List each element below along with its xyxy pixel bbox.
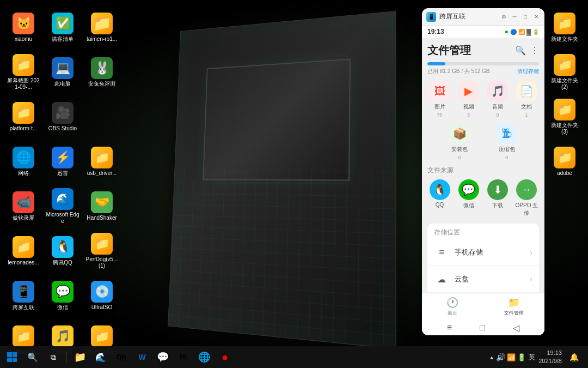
network-tray-icon[interactable]: 📶 xyxy=(507,353,516,361)
desktop-icon-this-pc[interactable]: 💻 此电脑 xyxy=(44,50,82,94)
taskbar-edge-button[interactable]: 🌊 xyxy=(91,347,111,367)
source-wechat[interactable]: 💬 微信 xyxy=(456,179,481,217)
desktop-icon-handshaker[interactable]: 🤝 HandShaker xyxy=(83,184,121,228)
menu-gesture-btn[interactable]: ≡ xyxy=(447,323,452,333)
arrow-right-icon: › xyxy=(530,248,532,257)
store-icon: 🛍 xyxy=(117,352,126,363)
maximize-button[interactable]: □ xyxy=(522,13,529,21)
taskbar-right: ▲ 🔊 📶 🔋 英 19:13 2021/9/8 🔔 xyxy=(489,347,588,367)
desktop-icon-platform[interactable]: 📁 platform-t... xyxy=(4,95,42,138)
language-indicator[interactable]: 英 xyxy=(528,353,536,362)
settings-icon[interactable]: ⚙ xyxy=(500,13,507,21)
word-icon: W xyxy=(138,353,145,361)
desktop-icon-xunlei[interactable]: ⚡ 迅雷 xyxy=(44,140,82,183)
expand-tray-icon[interactable]: ▲ xyxy=(489,354,494,360)
search-taskbar-icon: 🔍 xyxy=(27,352,38,363)
phone-window-title: 跨屏互联 xyxy=(439,12,500,21)
storage-loc-cloud[interactable]: ☁ 云盘 › xyxy=(427,266,539,293)
desktop-icon-new-folder2[interactable]: 📁 新建文件夹 (2) xyxy=(546,50,584,94)
phone-screen: 19:13 ● 🔵 📶 ▓ 🔋 文件管理 🔍 ⋮ xyxy=(422,26,544,335)
desktop-icon-adobe[interactable]: 📁 adobe xyxy=(546,140,584,183)
source-download[interactable]: ⬇ 下载 xyxy=(486,179,510,217)
desktop-icon-usb[interactable]: 📁 usb_driver... xyxy=(83,140,121,183)
source-qq[interactable]: 🐧 QQ xyxy=(427,179,452,217)
task-view-button[interactable]: ⧉ xyxy=(44,347,63,367)
phone-storage-label: 手机存储 xyxy=(455,248,530,257)
desktop-icons-left: 🐱 xiaomu ✅ 满客清单 📁 taimen-rp1... 📁 屏幕截图 2… xyxy=(4,5,121,368)
mail-icon: ✉ xyxy=(180,351,188,363)
storage-fill xyxy=(427,62,445,65)
taskbar-word-button[interactable]: W xyxy=(132,347,152,367)
minimize-button[interactable]: ─ xyxy=(511,13,518,21)
nav-recent[interactable]: 🕐 最近 xyxy=(422,297,483,317)
desktop-icon-edge[interactable]: 🌊 Microsoft Edge xyxy=(44,184,82,228)
search-icon[interactable]: 🔍 xyxy=(515,45,526,56)
desktop-icon-new-folder1[interactable]: 📁 新建文件夹 xyxy=(546,5,584,49)
desktop-icon-lemonade[interactable]: 📁 lemonades... xyxy=(4,229,42,273)
battery-icon: 🔋 xyxy=(532,29,539,35)
search-button[interactable]: 🔍 xyxy=(23,347,42,367)
desktop-icon-wechat[interactable]: 💬 微信 xyxy=(44,274,82,317)
phone-gesture-bar: ≡ □ ◁ xyxy=(422,320,544,335)
file-manager-title: 文件管理 xyxy=(427,43,471,58)
storage-loc-phone[interactable]: ≡ 手机存储 › xyxy=(427,239,539,266)
clean-storage-button[interactable]: 清理存储 xyxy=(517,68,539,75)
source-oppo[interactable]: ↔ OPPO 互传 xyxy=(514,179,539,217)
desktop-icon-xiaomu[interactable]: 🐱 xiaomu xyxy=(4,5,42,49)
desktop-icon-taimen[interactable]: 📁 taimen-rp1... xyxy=(83,5,121,49)
wechat-taskbar-icon: 💬 xyxy=(157,351,169,363)
file-type-images[interactable]: 🖼 图片 75 xyxy=(427,81,452,118)
desktop-icon-manjing[interactable]: ✅ 满客清单 xyxy=(44,5,82,49)
desktop-icon-ultraiso[interactable]: 💿 UltraISO xyxy=(83,274,121,317)
desktop-icon-screenshot1[interactable]: 📁 屏幕截图 2021-09-... xyxy=(4,50,42,94)
notification-dot: ● xyxy=(505,28,509,35)
desktop-icon-crossscreen[interactable]: 📱 跨屏互联 xyxy=(4,274,42,317)
explorer-icon: 📁 xyxy=(74,351,86,363)
file-type-apks[interactable]: 📦 安装包 0 xyxy=(438,123,481,160)
taskbar-store-button[interactable]: 🛍 xyxy=(112,347,131,367)
more-options-icon[interactable]: ⋮ xyxy=(530,45,539,56)
file-type-archives[interactable]: 🗜 压缩包 0 xyxy=(486,123,529,160)
phone-bottom-nav: 🕐 最近 📁 文件管理 xyxy=(422,293,544,320)
home-gesture-btn[interactable]: □ xyxy=(480,323,485,333)
file-type-docs[interactable]: 📄 文档 1 xyxy=(514,81,539,118)
taskbar-mail-button[interactable]: ✉ xyxy=(174,347,193,367)
desktop-icon-rabbit[interactable]: 🐰 安兔兔评测 xyxy=(83,50,121,94)
desktop-icon-mirror[interactable]: 📹 傲软录屏 xyxy=(4,184,42,228)
windows-logo-icon xyxy=(7,352,17,362)
taskbar-browser-button[interactable]: 🌐 xyxy=(194,347,214,367)
header-action-icons: 🔍 ⋮ xyxy=(515,45,539,56)
close-button[interactable]: ✕ xyxy=(532,13,540,21)
nav-file-manager[interactable]: 📁 文件管理 xyxy=(483,297,545,317)
browser-icon: 🌐 xyxy=(198,351,210,363)
speaker-icon[interactable]: 🔊 xyxy=(496,353,505,361)
system-tray: ▲ 🔊 📶 🔋 英 xyxy=(489,353,536,362)
storage-locations-title: 存储位置 xyxy=(427,224,539,239)
signal-bar-icon: ▓ xyxy=(526,28,531,35)
task-view-icon: ⧉ xyxy=(51,353,56,362)
bluetooth-icon: 🔵 xyxy=(510,29,517,35)
wifi-signal-icon: 📶 xyxy=(518,29,525,35)
back-gesture-btn[interactable]: ◁ xyxy=(513,323,519,333)
taskbar-wechat-button[interactable]: 💬 xyxy=(153,347,173,367)
desktop-icon-perfdog1[interactable]: 📁 PerfDog(v5... (1) xyxy=(83,229,121,273)
taskbar-divider xyxy=(66,352,67,363)
desktop-icon-qq[interactable]: 🐧 腾讯QQ xyxy=(44,229,82,273)
file-type-videos[interactable]: ▶ 视频 5 xyxy=(456,81,481,118)
circuit-lines xyxy=(168,168,396,348)
battery-tray-icon[interactable]: 🔋 xyxy=(517,353,526,361)
app-sources-grid: 🐧 QQ 💬 微信 ⬇ 下载 xyxy=(427,179,539,217)
taskbar-clock[interactable]: 19:13 2021/9/8 xyxy=(538,349,562,366)
desktop-icon-new-folder3[interactable]: 📁 新建文件夹 (3) xyxy=(546,95,584,138)
notification-button[interactable]: 🔔 xyxy=(564,347,584,367)
storage-progress-bar xyxy=(427,62,539,65)
file-type-audio[interactable]: 🎵 音频 0 xyxy=(486,81,510,118)
cloud-storage-icon: ☁ xyxy=(434,272,449,287)
phone-app-icon: 📱 xyxy=(426,12,436,22)
taskbar-explorer-button[interactable]: 📁 xyxy=(70,347,90,367)
desktop-icon-network[interactable]: 🌐 网络 xyxy=(4,140,42,183)
desktop-icon-obs[interactable]: 🎥 OBS Studio xyxy=(44,95,82,138)
phone-titlebar: 📱 跨屏互联 ⚙ ─ □ ✕ xyxy=(422,8,544,26)
taskbar-red-button[interactable]: ● xyxy=(215,347,235,367)
start-button[interactable] xyxy=(2,347,22,367)
